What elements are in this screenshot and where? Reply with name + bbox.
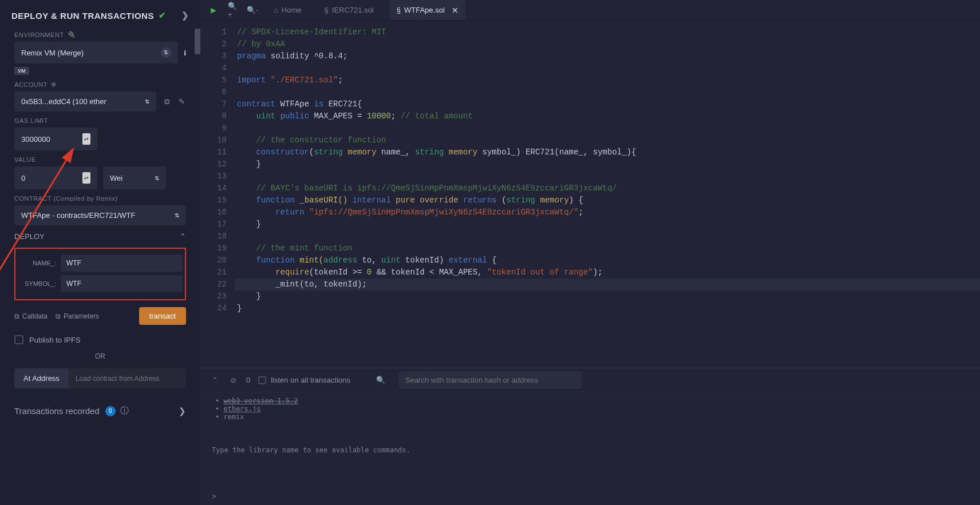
code-line[interactable]: pragma solidity ^0.8.4;: [235, 50, 980, 62]
info-icon[interactable]: ⓘ: [120, 405, 129, 416]
plus-circle-icon[interactable]: ⊕: [51, 81, 57, 88]
code-line[interactable]: uint public MAX_APES = 10000; // total a…: [235, 110, 980, 122]
code-line[interactable]: }: [235, 291, 980, 303]
terminal-line: • ethers.js: [215, 405, 969, 413]
code-line[interactable]: // the mint function: [235, 242, 980, 255]
caret-icon: ⇅: [175, 212, 179, 218]
name-input[interactable]: [61, 255, 183, 272]
load-address-input[interactable]: [69, 368, 186, 388]
value-unit-select[interactable]: Wei ⇅: [103, 166, 166, 189]
spinner-icon[interactable]: ▴▾: [82, 133, 90, 145]
main-area: ▶ 🔍+ 🔍- ⌂ Home §IERC721.sol§WTFApe.sol✕ …: [200, 0, 980, 505]
account-select[interactable]: 0x5B3...eddC4 (100 ether ⇅: [14, 92, 156, 112]
code-line[interactable]: // by 0xAA: [235, 38, 980, 50]
close-icon[interactable]: ✕: [452, 6, 459, 15]
deploy-header: DEPLOY ⌃: [0, 225, 200, 244]
info-icon[interactable]: i: [184, 49, 186, 57]
play-icon[interactable]: ▶: [208, 5, 219, 15]
code-line[interactable]: [235, 62, 980, 74]
symbol-input[interactable]: [61, 275, 183, 292]
code-line[interactable]: [235, 230, 980, 242]
code-line[interactable]: }: [235, 218, 980, 230]
code-line[interactable]: import "./ERC721.sol";: [235, 74, 980, 86]
value-label: VALUE: [14, 156, 186, 163]
plug-icon: 🔌: [68, 31, 76, 38]
publish-label: Publish to IPFS: [29, 336, 81, 344]
code-line[interactable]: require(tokenId >= 0 && tokenId < MAX_AP…: [235, 267, 980, 279]
terminal-panel: ⌃ ⊘ 0 listen on all transactions 🔍 • web…: [200, 368, 980, 505]
tx-recorded-row[interactable]: Transactions recorded 0 ⓘ ❯: [0, 388, 200, 422]
deploy-panel: DEPLOY & RUN TRANSACTIONS ✔ ❯ ENVIRONMEN…: [0, 0, 200, 505]
code-line[interactable]: function mint(address to, uint tokenId) …: [235, 255, 980, 267]
param-label-symbol: SYMBOL_:: [18, 280, 61, 287]
sidebar-scrollbar[interactable]: [195, 29, 200, 54]
code-line[interactable]: // SPDX-License-Identifier: MIT: [235, 26, 980, 38]
terminal-line: • remix: [215, 413, 969, 421]
code-line[interactable]: // BAYC's baseURI is ipfs://QmeSjSinHpPn…: [235, 182, 980, 194]
at-address-button[interactable]: At Address: [14, 368, 69, 388]
code-line[interactable]: return "ipfs://QmeSjSinHpPnmXmspMjwiXyN6…: [235, 206, 980, 218]
edit-icon[interactable]: ✎: [177, 97, 186, 106]
param-label-name: NAME_:: [18, 260, 61, 267]
code-area[interactable]: // SPDX-License-Identifier: MIT// by 0xA…: [235, 21, 980, 368]
code-line[interactable]: [235, 170, 980, 182]
terminal-hint: Type the library name to see available c…: [200, 438, 980, 487]
code-line[interactable]: [235, 122, 980, 134]
code-line[interactable]: function _baseURI() internal pure overri…: [235, 194, 980, 206]
parameters-button[interactable]: ⧉ Parameters: [56, 312, 99, 320]
copy-icon: ⧉: [56, 312, 61, 320]
tx-count-badge: 0: [105, 406, 116, 416]
value-input[interactable]: 0 ▴▾: [14, 166, 97, 189]
zoom-in-icon[interactable]: 🔍+: [228, 5, 238, 15]
listen-checkbox[interactable]: [258, 376, 266, 384]
gas-limit-label: GAS LIMIT: [14, 117, 186, 124]
code-line[interactable]: _mint(to, tokenId);: [235, 279, 980, 291]
tab-ierc721-sol[interactable]: §IERC721.sol: [318, 0, 381, 20]
vm-badge: VM: [14, 67, 29, 75]
ban-icon[interactable]: ⊘: [228, 375, 238, 385]
search-icon[interactable]: 🔍: [376, 375, 386, 385]
chevron-up-icon[interactable]: ⌃: [180, 232, 186, 241]
code-line[interactable]: }: [235, 303, 980, 315]
listen-label: listen on all transactions: [271, 376, 350, 384]
environment-select[interactable]: Remix VM (Merge) ⇅: [14, 42, 178, 63]
environment-label: ENVIRONMENT 🔌: [14, 31, 186, 38]
contract-select[interactable]: WTFApe - contracts/ERC721/WTF ⇅: [14, 205, 186, 225]
account-label: ACCOUNT ⊕: [14, 81, 186, 88]
calldata-button[interactable]: ⧉ Calldata: [14, 312, 48, 320]
chevron-right-icon: ❯: [179, 406, 186, 416]
panel-header: DEPLOY & RUN TRANSACTIONS ✔ ❯: [0, 6, 200, 25]
tab-wtfape-sol[interactable]: §WTFApe.sol✕: [390, 0, 465, 20]
copy-icon[interactable]: ⧉: [162, 97, 171, 106]
caret-icon: ⇅: [145, 98, 149, 105]
solidity-icon: §: [325, 6, 329, 14]
zoom-out-icon[interactable]: 🔍-: [247, 5, 258, 15]
deploy-params-box: NAME_: SYMBOL_:: [14, 248, 186, 300]
pending-count: 0: [246, 376, 250, 384]
caret-icon: ⇅: [161, 47, 171, 58]
terminal-line: • web3 version 1.5.2: [215, 397, 969, 405]
code-line[interactable]: }: [235, 158, 980, 170]
code-line[interactable]: // the constructor function: [235, 134, 980, 146]
check-icon: ✔: [159, 10, 167, 21]
chevron-up-icon[interactable]: ⌃: [210, 375, 220, 385]
code-line[interactable]: [235, 86, 980, 98]
tab-home[interactable]: ⌂ Home: [267, 0, 309, 20]
param-row: NAME_:: [18, 255, 183, 272]
terminal-search-input[interactable]: [398, 371, 582, 389]
gas-limit-input[interactable]: 3000000 ▴▾: [14, 128, 97, 150]
panel-title: DEPLOY & RUN TRANSACTIONS: [11, 11, 154, 21]
terminal-prompt[interactable]: >: [200, 487, 980, 505]
publish-checkbox[interactable]: [14, 335, 23, 344]
or-divider: OR: [0, 344, 200, 368]
home-icon: ⌂: [274, 6, 278, 14]
code-line[interactable]: contract WTFApe is ERC721{: [235, 98, 980, 110]
code-line[interactable]: constructor(string memory name_, string …: [235, 146, 980, 158]
line-gutter: 123456789101112131415161718192021222324: [200, 21, 235, 368]
caret-icon: ⇅: [155, 175, 159, 181]
transact-button[interactable]: transact: [139, 307, 186, 325]
chevron-right-icon[interactable]: ❯: [181, 10, 189, 21]
copy-icon: ⧉: [14, 312, 19, 320]
spinner-icon[interactable]: ▴▾: [82, 172, 90, 184]
code-editor[interactable]: 123456789101112131415161718192021222324 …: [200, 21, 980, 368]
